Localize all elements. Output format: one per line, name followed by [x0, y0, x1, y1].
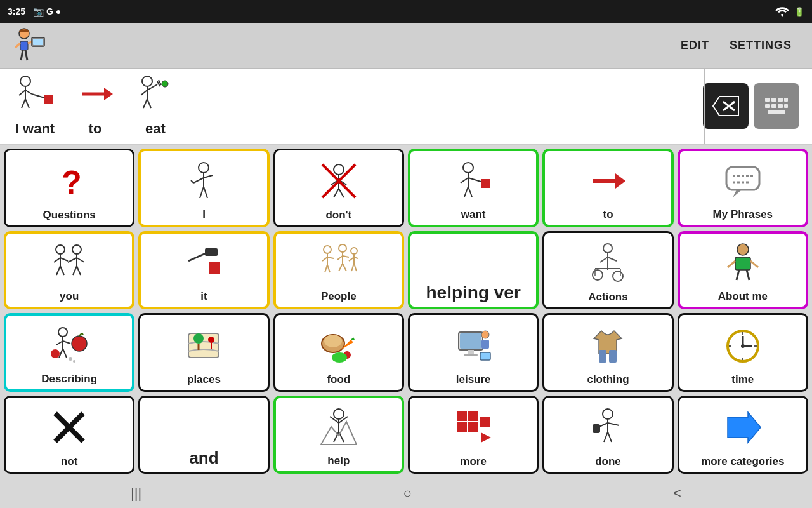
svg-line-79	[77, 266, 81, 275]
grid-cell-time[interactable]: time	[678, 313, 808, 392]
grid-cell-help[interactable]: help	[273, 396, 404, 474]
grid-cell-more[interactable]: more	[408, 396, 539, 474]
grid-cell-to[interactable]: to	[542, 149, 673, 227]
svg-point-110	[593, 270, 603, 280]
svg-line-57	[461, 178, 468, 183]
helping-ver-label: helping ver	[426, 283, 520, 303]
grid-cell-it[interactable]: it	[138, 231, 269, 310]
status-right-icons: 🔋	[775, 6, 804, 17]
questions-label: Questions	[43, 209, 96, 222]
to-label: to	[603, 208, 613, 221]
wifi-icon	[775, 6, 789, 17]
grid-cell-my-phrases[interactable]: My Phrases	[678, 149, 808, 227]
svg-rect-14	[44, 95, 53, 104]
nav-home-button[interactable]: ○	[377, 480, 436, 507]
grid-cell-about-me[interactable]: About me	[678, 231, 808, 310]
and-label: and	[189, 448, 218, 468]
sentence-word-3[interactable]: eat	[133, 75, 178, 137]
grid-cell-people[interactable]: People	[273, 231, 404, 310]
it-icon	[185, 237, 223, 290]
svg-line-92	[343, 256, 349, 257]
nav-back-button[interactable]: |||	[105, 480, 167, 507]
svg-point-47	[334, 164, 344, 175]
svg-line-99	[351, 264, 354, 271]
grid-cell-helping-ver[interactable]: helping ver	[408, 231, 539, 310]
settings-button[interactable]: SETTINGS	[719, 34, 802, 57]
svg-line-6	[21, 50, 23, 60]
you-label: you	[60, 290, 79, 303]
svg-line-97	[349, 257, 354, 261]
grid-cell-i[interactable]: I	[138, 149, 269, 227]
i-icon	[185, 155, 223, 207]
svg-line-43	[191, 180, 193, 183]
done-icon	[589, 401, 627, 455]
svg-point-128	[193, 333, 204, 344]
svg-point-74	[72, 245, 81, 254]
svg-rect-30	[765, 98, 770, 102]
you-icon	[49, 237, 90, 290]
svg-text:?: ?	[62, 164, 82, 200]
svg-rect-161	[457, 411, 467, 421]
svg-rect-38	[768, 110, 785, 114]
svg-rect-1	[20, 41, 28, 50]
svg-line-115	[737, 270, 739, 280]
places-icon	[185, 319, 223, 372]
edit-button[interactable]: EDIT	[671, 34, 719, 57]
svg-line-78	[73, 266, 77, 275]
i-label: I	[202, 208, 206, 221]
grid-cell-describing[interactable]: Describing	[4, 313, 134, 392]
sentence-bar: I want to	[0, 69, 812, 145]
grid-cell-food[interactable]: food	[273, 313, 404, 392]
svg-line-87	[325, 265, 327, 272]
svg-line-20	[141, 90, 147, 95]
svg-line-113	[728, 261, 735, 267]
it-label: it	[200, 290, 207, 303]
svg-line-93	[339, 264, 343, 271]
svg-point-26	[162, 81, 168, 87]
sentence-word-label-2: to	[89, 121, 102, 137]
svg-rect-81	[205, 248, 218, 256]
grid-cell-places[interactable]: places	[138, 313, 269, 392]
grid-cell-more-categories[interactable]: more categories	[678, 396, 808, 474]
grid-cell-done[interactable]: done	[542, 396, 673, 474]
status-icons: 📷 G ●	[33, 6, 61, 17]
svg-point-167	[603, 409, 613, 419]
keyboard-button[interactable]	[754, 83, 799, 129]
svg-point-117	[58, 328, 67, 337]
svg-line-42	[193, 178, 204, 183]
backspace-button[interactable]	[703, 83, 749, 129]
svg-rect-35	[771, 104, 776, 108]
grid-cell-dont[interactable]: don't	[273, 149, 404, 227]
describing-label: Describing	[41, 373, 97, 385]
grid-cell-leisure[interactable]: leisure	[408, 313, 539, 392]
grid-cell-you[interactable]: you	[4, 231, 134, 310]
sentence-icon-2	[76, 75, 114, 118]
svg-line-13	[25, 99, 29, 108]
svg-line-119	[56, 341, 63, 345]
svg-line-58	[468, 178, 481, 182]
svg-line-12	[22, 99, 25, 108]
nav-prev-button[interactable]: <	[648, 480, 707, 507]
want-icon	[454, 155, 492, 207]
people-label: People	[321, 290, 357, 303]
sentence-word-2[interactable]: to	[76, 75, 114, 137]
svg-rect-32	[778, 98, 783, 102]
not-label: not	[61, 455, 77, 468]
svg-point-130	[208, 337, 214, 343]
sentence-word-1[interactable]: I want	[13, 75, 57, 137]
svg-line-21	[147, 84, 157, 90]
svg-point-68	[56, 245, 65, 254]
svg-point-55	[463, 163, 473, 173]
svg-point-18	[142, 76, 152, 86]
svg-rect-141	[481, 340, 489, 349]
grid-cell-clothing[interactable]: clothing	[542, 313, 673, 392]
grid-cell-not[interactable]: not	[4, 396, 134, 474]
svg-rect-142	[480, 352, 490, 360]
svg-marker-166	[481, 432, 491, 443]
grid-cell-questions[interactable]: ? Questions	[4, 149, 134, 227]
more-label: more	[460, 455, 487, 468]
grid-cell-and[interactable]: and	[138, 396, 269, 474]
grid-cell-want[interactable]: want	[408, 149, 539, 227]
food-label: food	[327, 373, 350, 386]
grid-cell-actions[interactable]: Actions	[542, 231, 673, 310]
